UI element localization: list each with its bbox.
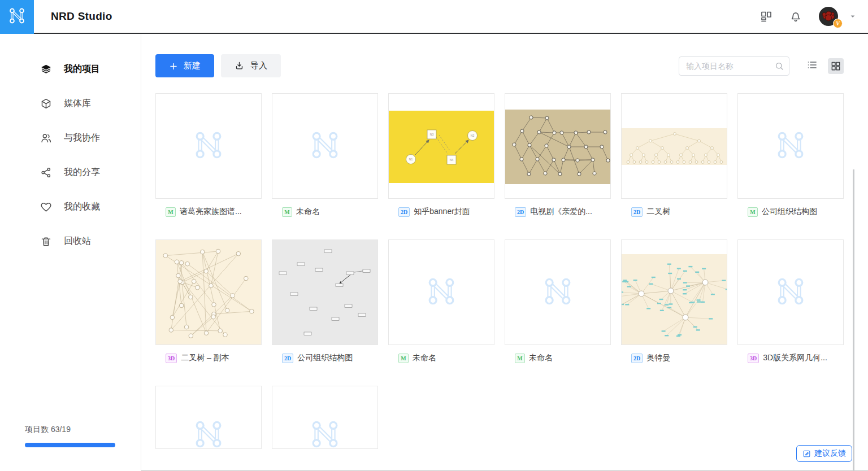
grid-view-toggle[interactable] [828,58,844,74]
nrd-watermark-icon [539,273,576,312]
project-card[interactable]: M 未命名 [388,239,494,364]
import-label: 导入 [250,60,267,71]
nrd-watermark-icon [306,127,344,166]
project-thumbnail[interactable] [505,239,611,345]
svg-text:N1: N1 [409,158,413,161]
project-type-badge: 2D [631,207,643,217]
project-thumbnail[interactable] [155,93,262,199]
share-icon [40,167,52,178]
project-type-badge: M [282,207,292,217]
sidebar-item-5[interactable]: 回收站 [0,224,141,259]
nrd-logo[interactable] [0,0,34,34]
nrd-logo-icon [6,5,28,29]
bell-icon[interactable] [789,10,802,23]
project-title: 二叉树 [646,207,670,217]
feedback-icon [802,450,811,458]
project-meta: 3D 3D版关系网几何... [737,352,844,364]
project-title: 二叉树 – 副本 [181,353,229,363]
sidebar-item-label: 我的项目 [64,63,100,75]
project-card[interactable]: M 公司组织结构图 [737,93,844,217]
project-meta: 2D 电视剧《亲爱的... [505,206,611,217]
nrd-watermark-icon [423,273,460,312]
quota-progress-bar [25,443,115,447]
project-thumbnail[interactable] [737,239,844,345]
project-title: 诸葛亮家族图谱... [180,207,242,217]
nrd-watermark-icon [190,127,227,166]
list-view-toggle[interactable] [806,59,820,73]
project-type-badge: 3D [166,354,177,363]
nrd-watermark-icon [306,416,344,449]
nrd-watermark-icon [772,127,809,166]
project-thumbnail[interactable] [621,93,727,199]
project-thumbnail[interactable] [621,239,727,345]
project-card[interactable]: 3D 二叉树 – 副本 [155,239,262,364]
project-meta: 3D 二叉树 – 副本 [155,352,262,364]
sidebar-item-2[interactable]: 与我协作 [0,121,141,155]
toolbar: 新建 导入 [155,54,844,77]
project-thumbnail[interactable] [272,93,378,199]
sidebar-item-label: 我的收藏 [64,201,100,213]
project-card[interactable]: N1N3N4N22D 知乎banner封面 [388,93,494,217]
project-type-badge: M [398,354,409,363]
project-thumbnail[interactable]: N1N3N4N2 [388,93,494,199]
app-header: NRD Studio V [0,0,868,34]
project-card[interactable]: 2D 奥特曼 [621,239,727,364]
project-title: 电视剧《亲爱的... [530,207,592,217]
project-card[interactable]: M 诸葛亮家族图谱... [155,93,262,217]
project-type-badge: M [515,354,525,363]
project-meta: 2D 奥特曼 [621,352,727,364]
project-type-badge: 3D [748,354,759,363]
project-thumbnail[interactable] [737,93,844,199]
sidebar-item-4[interactable]: 我的收藏 [0,190,141,224]
feedback-button[interactable]: 建议反馈 [796,445,852,462]
project-meta: M 未命名 [272,206,378,217]
project-type-badge: 2D [515,207,526,217]
svg-text:N4: N4 [450,158,454,162]
project-meta: 2D 公司组织结构图 [272,352,378,364]
project-meta: 2D 二叉树 [621,206,727,217]
project-thumbnail[interactable] [505,93,611,199]
project-title: 未命名 [413,353,436,363]
chevron-down-icon[interactable] [848,11,858,21]
project-card[interactable]: 2D 二叉树 [621,93,727,217]
project-type-badge: 2D [282,354,293,363]
vertical-scrollbar[interactable] [853,169,854,471]
layout-icon[interactable] [760,10,773,23]
project-thumbnail[interactable] [272,386,378,449]
project-title: 知乎banner封面 [414,207,470,217]
project-card[interactable]: M 未命名 [505,239,611,364]
project-title: 3D版关系网几何... [763,353,827,363]
sidebar-item-label: 媒体库 [64,98,91,110]
nrd-watermark-icon [772,273,809,312]
sidebar: 我的项目 媒体库 与我协作 我的分享 我的收藏 回收站 项目数 63/19 [0,34,141,471]
trash-icon [40,236,52,247]
project-card[interactable]: 3D 3D版关系网几何... [737,239,844,364]
project-type-badge: 2D [631,354,643,363]
project-thumbnail[interactable] [272,239,378,345]
sidebar-item-label: 与我协作 [64,132,100,144]
project-meta: M 诸葛亮家族图谱... [155,206,262,217]
new-project-button[interactable]: 新建 [155,54,214,77]
project-thumbnail[interactable] [388,239,494,345]
project-type-badge: M [748,207,758,217]
project-card[interactable]: M 未命名 [272,93,378,217]
import-button[interactable]: 导入 [221,54,281,77]
sidebar-item-0[interactable]: 我的项目 [0,52,141,86]
sidebar-item-1[interactable]: 媒体库 [0,86,141,121]
vip-badge: V [833,19,843,28]
avatar[interactable]: V [818,6,839,27]
sidebar-item-3[interactable]: 我的分享 [0,155,141,190]
project-search [679,56,789,76]
project-thumbnail[interactable] [155,386,262,449]
app-title: NRD Studio [51,0,112,33]
layers-icon [40,63,52,75]
project-thumbnail[interactable] [155,239,262,345]
cube-icon [40,98,52,110]
project-card[interactable]: 2D 电视剧《亲爱的... [505,93,611,217]
project-card[interactable]: 2D 公司组织结构图 [272,239,378,364]
project-card-partial[interactable] [155,386,262,449]
project-card-partial[interactable] [272,386,378,449]
heart-icon [40,201,52,213]
main-content: 新建 导入 M 诸葛亮家族图谱... M 未命名N1N3N4N22D 知乎ban… [141,34,868,471]
search-input[interactable] [679,56,789,76]
